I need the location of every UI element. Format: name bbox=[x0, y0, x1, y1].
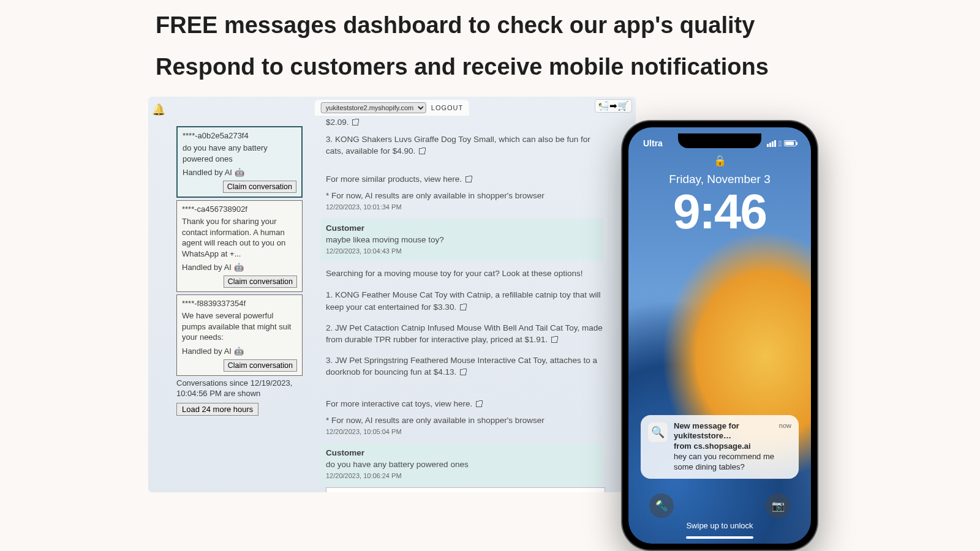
external-link-icon[interactable] bbox=[466, 176, 472, 182]
conversation-id: ****-ca456738902f bbox=[182, 204, 297, 214]
external-link-icon[interactable] bbox=[460, 304, 466, 310]
notification-app-icon: 🔍 bbox=[648, 422, 668, 442]
headline-1: FREE messages dashboard to check our app… bbox=[156, 12, 755, 39]
conversation-list: ****-a0b2e5a273f4 do you have any batter… bbox=[176, 126, 303, 416]
header-tab: yukiteststore2.myshopify.com LOGOUT bbox=[315, 100, 469, 116]
battery-icon bbox=[784, 140, 796, 146]
notification-time: now bbox=[779, 421, 791, 430]
conversation-card[interactable]: ****-f8839337354f We have several powerf… bbox=[176, 294, 303, 376]
handled-by: Handled by AI 🤖 bbox=[182, 347, 297, 356]
swipe-up-label: Swipe up to unlock bbox=[628, 521, 811, 530]
customer-message: Customer do you have any battery powered… bbox=[321, 443, 604, 485]
since-text: Conversations since 12/19/2023, 10:04:56… bbox=[176, 378, 303, 399]
claim-button[interactable]: Claim conversation bbox=[224, 276, 297, 288]
home-indicator[interactable] bbox=[686, 536, 753, 539]
ai-message-item: 2. JW Pet Cataction Catnip Infused Mouse… bbox=[326, 322, 606, 346]
dashboard-panel: 🔔 yukiteststore2.myshopify.com LOGOUT 🛀➡… bbox=[148, 97, 636, 492]
customer-label: Customer bbox=[326, 447, 599, 459]
ai-message-more: For more similar products, view here. bbox=[326, 173, 606, 186]
ai-footnote: * For now, AI results are only available… bbox=[326, 414, 606, 427]
ai-message-intro: Searching for a moving mouse toy for you… bbox=[326, 268, 606, 280]
notification-body: hey can you recommend me some dining tab… bbox=[674, 452, 791, 473]
headline-2: Respond to customers and receive mobile … bbox=[156, 54, 769, 80]
external-link-icon[interactable] bbox=[551, 337, 557, 343]
camera-button[interactable]: 📷 bbox=[766, 493, 790, 518]
ai-message-item: 3. KONG Shakers Luvs Giraffe Dog Toy Sma… bbox=[326, 133, 606, 157]
carrier-label: Ultra bbox=[643, 138, 663, 148]
ai-message-fragment: $2.09. bbox=[326, 116, 606, 129]
lock-icon: 🔒 bbox=[714, 154, 726, 167]
ai-footnote: * For now, AI results are only available… bbox=[326, 190, 606, 202]
message-thread: $2.09. 3. KONG Shakers Luvs Giraffe Dog … bbox=[326, 116, 606, 492]
bell-icon[interactable]: 🔔 bbox=[152, 103, 165, 116]
logout-link[interactable]: LOGOUT bbox=[431, 104, 463, 111]
timestamp: 12/20/2023, 10:01:34 PM bbox=[326, 203, 606, 212]
swap-icons[interactable]: 🛀➡🛒 bbox=[595, 99, 632, 113]
dashboard-header: 🔔 yukiteststore2.myshopify.com LOGOUT 🛀➡… bbox=[148, 97, 636, 113]
external-link-icon[interactable] bbox=[476, 401, 482, 407]
conversation-preview: Thank you for sharing your contact infor… bbox=[182, 216, 297, 259]
conversation-preview: do you have any battery powered ones bbox=[183, 143, 296, 164]
conversation-id: ****-f8839337354f bbox=[182, 299, 297, 308]
wifi-icon: 􀙇 bbox=[778, 139, 782, 148]
customer-text: do you have any battery powered ones bbox=[326, 459, 599, 471]
timestamp: 12/20/2023, 10:06:24 PM bbox=[326, 471, 599, 481]
handled-by: Handled by AI 🤖 bbox=[182, 263, 297, 272]
conversation-id: ****-a0b2e5a273f4 bbox=[183, 131, 296, 140]
conversation-card[interactable]: ****-ca456738902f Thank you for sharing … bbox=[176, 200, 303, 292]
customer-text: maybe likea moving mouse toy? bbox=[326, 234, 599, 246]
ai-message-item: 3. JW Pet Springstring Feathered Mouse I… bbox=[326, 354, 606, 378]
external-link-icon[interactable] bbox=[419, 148, 425, 154]
claim-button[interactable]: Claim conversation bbox=[223, 181, 296, 193]
response-input[interactable] bbox=[326, 487, 605, 492]
phone-mockup: Ultra 􀙇 🔒 Friday, November 3 9:46 🔍 New … bbox=[622, 121, 817, 550]
customer-label: Customer bbox=[326, 222, 599, 234]
external-link-icon[interactable] bbox=[460, 369, 466, 375]
flashlight-button[interactable]: 🔦 bbox=[649, 493, 674, 518]
ai-message-more: For more interactive cat toys, view here… bbox=[326, 398, 606, 410]
phone-screen: Ultra 􀙇 🔒 Friday, November 3 9:46 🔍 New … bbox=[628, 127, 811, 544]
notification-from: from cs.shopsage.ai bbox=[674, 441, 791, 452]
store-select[interactable]: yukiteststore2.myshopify.com bbox=[321, 102, 426, 113]
external-link-icon[interactable] bbox=[352, 119, 358, 126]
lock-time: 9:46 bbox=[628, 184, 811, 240]
handled-by: Handled by AI 🤖 bbox=[183, 168, 296, 177]
load-more-button[interactable]: Load 24 more hours bbox=[176, 403, 258, 416]
notification-title: New message for yukiteststore… bbox=[674, 421, 779, 442]
conversation-card[interactable]: ****-a0b2e5a273f4 do you have any batter… bbox=[176, 126, 303, 198]
claim-button[interactable]: Claim conversation bbox=[224, 359, 297, 372]
phone-notch bbox=[678, 133, 761, 148]
ai-message-item: 1. KONG Feather Mouse Cat Toy with Catni… bbox=[326, 289, 606, 313]
notification-card[interactable]: 🔍 New message for yukiteststore… now fro… bbox=[641, 415, 799, 479]
timestamp: 12/20/2023, 10:04:43 PM bbox=[326, 247, 599, 257]
conversation-preview: We have several powerful pumps available… bbox=[182, 310, 297, 343]
timestamp: 12/20/2023, 10:05:04 PM bbox=[326, 427, 606, 437]
customer-message: Customer maybe likea moving mouse toy? 1… bbox=[321, 219, 604, 260]
signal-icon bbox=[767, 140, 776, 147]
